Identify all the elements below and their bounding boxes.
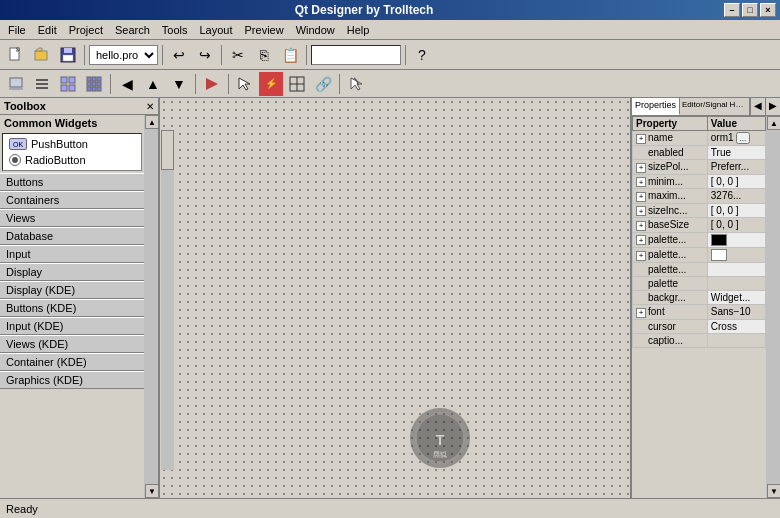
right-scroll-up[interactable]: ▲ xyxy=(767,116,780,130)
toolbox-category-display-kde[interactable]: Display (KDE) xyxy=(0,281,144,299)
menu-search[interactable]: Search xyxy=(109,22,156,38)
toolbox-pushbutton[interactable]: OK PushButton xyxy=(5,136,139,152)
expand-button[interactable]: + xyxy=(636,177,646,187)
close-button[interactable]: × xyxy=(760,3,776,17)
menu-help[interactable]: Help xyxy=(341,22,376,38)
prop-value-cell[interactable]: orm1... xyxy=(707,131,765,146)
expand-button[interactable]: + xyxy=(636,163,646,173)
right-scroll-down[interactable]: ▼ xyxy=(767,484,780,498)
tb2-layout[interactable] xyxy=(285,72,309,96)
menu-tools[interactable]: Tools xyxy=(156,22,194,38)
toolbox-category-database[interactable]: Database xyxy=(0,227,144,245)
toolbox-category-views-kde[interactable]: Views (KDE) xyxy=(0,335,144,353)
prop-row[interactable]: palette xyxy=(633,277,766,291)
prop-value-cell[interactable] xyxy=(707,263,765,277)
prop-value-cell[interactable]: Cross xyxy=(707,319,765,333)
scroll-up-arrow[interactable]: ▲ xyxy=(145,115,158,129)
menu-edit[interactable]: Edit xyxy=(32,22,63,38)
prop-row[interactable]: enabledTrue xyxy=(633,146,766,160)
prop-value-cell[interactable] xyxy=(707,333,765,347)
help-button[interactable]: ? xyxy=(410,43,434,67)
menu-window[interactable]: Window xyxy=(290,22,341,38)
prop-row[interactable]: +palette... xyxy=(633,232,766,247)
expand-button[interactable]: + xyxy=(636,308,646,318)
prop-row[interactable]: +nameorm1... xyxy=(633,131,766,146)
undo-button[interactable]: ↩ xyxy=(167,43,191,67)
toolbox-category-buttons[interactable]: Buttons xyxy=(0,173,144,191)
toolbox-close-button[interactable]: ✕ xyxy=(146,101,154,112)
prop-value-cell[interactable]: [ 0, 0 ] xyxy=(707,203,765,218)
menu-layout[interactable]: Layout xyxy=(194,22,239,38)
new-button[interactable] xyxy=(4,43,28,67)
prop-value-cell[interactable]: True xyxy=(707,146,765,160)
prop-value-cell[interactable] xyxy=(707,277,765,291)
prop-row[interactable]: +maxim...3276... xyxy=(633,189,766,204)
expand-button[interactable]: + xyxy=(636,192,646,202)
toolbox-radiobutton[interactable]: RadioButton xyxy=(5,152,139,168)
prop-row[interactable]: +fontSans−10 xyxy=(633,305,766,320)
prop-row[interactable]: +sizePol...Preferr... xyxy=(633,160,766,175)
tab-editor-signal[interactable]: Editor/Signal Hand.. xyxy=(680,98,750,115)
tb2-down[interactable]: ▼ xyxy=(167,72,191,96)
prop-row[interactable]: palette... xyxy=(633,263,766,277)
prop-value-cell[interactable]: 3276... xyxy=(707,189,765,204)
prop-row[interactable]: +baseSize[ 0, 0 ] xyxy=(633,218,766,233)
prop-row[interactable]: +palette... xyxy=(633,247,766,262)
prop-value-cell[interactable]: [ 0, 0 ] xyxy=(707,174,765,189)
prop-row[interactable]: captio... xyxy=(633,333,766,347)
tab-arrow-right[interactable]: ▶ xyxy=(765,98,780,115)
cut-button[interactable]: ✂ xyxy=(226,43,250,67)
toolbox-category-views[interactable]: Views xyxy=(0,209,144,227)
expand-button[interactable]: + xyxy=(636,134,646,144)
paste-button[interactable]: 📋 xyxy=(278,43,302,67)
prop-value-cell[interactable]: [ 0, 0 ] xyxy=(707,218,765,233)
vscroll-thumb[interactable] xyxy=(161,130,174,170)
tb2-select[interactable] xyxy=(233,72,257,96)
save-button[interactable] xyxy=(56,43,80,67)
menu-file[interactable]: File xyxy=(2,22,32,38)
scroll-down-arrow[interactable]: ▼ xyxy=(145,484,158,498)
menu-preview[interactable]: Preview xyxy=(239,22,290,38)
prop-value-cell[interactable] xyxy=(707,232,765,247)
prop-row[interactable]: +minim...[ 0, 0 ] xyxy=(633,174,766,189)
prop-value-cell[interactable] xyxy=(707,247,765,262)
vscroll-track[interactable] xyxy=(161,130,174,470)
menu-project[interactable]: Project xyxy=(63,22,109,38)
expand-button[interactable]: + xyxy=(636,235,646,245)
tb2-preview[interactable] xyxy=(200,72,224,96)
toolbox-category-input-kde[interactable]: Input (KDE) xyxy=(0,317,144,335)
expand-button[interactable]: + xyxy=(636,251,646,261)
tb2-btn3[interactable] xyxy=(56,72,80,96)
toolbox-category-buttons-kde[interactable]: Buttons (KDE) xyxy=(0,299,144,317)
prop-value-cell[interactable]: Widget... xyxy=(707,291,765,305)
toolbox-category-containers[interactable]: Containers xyxy=(0,191,144,209)
prop-row[interactable]: +sizeInc...[ 0, 0 ] xyxy=(633,203,766,218)
maximize-button[interactable]: □ xyxy=(742,3,758,17)
prop-value-cell[interactable]: Preferr... xyxy=(707,160,765,175)
open-button[interactable] xyxy=(30,43,54,67)
form-canvas[interactable] xyxy=(160,116,630,484)
toolbox-category-container-kde[interactable]: Container (KDE) xyxy=(0,353,144,371)
expand-button[interactable]: + xyxy=(636,221,646,231)
tb2-signal[interactable]: ⚡ xyxy=(259,72,283,96)
redo-button[interactable]: ↪ xyxy=(193,43,217,67)
tab-arrow-left[interactable]: ◀ xyxy=(750,98,765,115)
tb2-up[interactable]: ▲ xyxy=(141,72,165,96)
tb2-btn4[interactable] xyxy=(82,72,106,96)
toolbox-category-input[interactable]: Input xyxy=(0,245,144,263)
tb2-left[interactable]: ◀ xyxy=(115,72,139,96)
search-input[interactable] xyxy=(311,45,401,65)
tb2-btn2[interactable] xyxy=(30,72,54,96)
toolbox-category-graphics-kde[interactable]: Graphics (KDE) xyxy=(0,371,144,389)
prop-row[interactable]: backgr...Widget... xyxy=(633,291,766,305)
expand-button[interactable]: + xyxy=(636,206,646,216)
prop-edit-button[interactable]: ... xyxy=(736,132,751,144)
prop-value-cell[interactable]: Sans−10 xyxy=(707,305,765,320)
tab-properties[interactable]: Properties xyxy=(632,98,680,115)
project-combo[interactable]: hello.pro xyxy=(89,45,158,65)
copy-button[interactable]: ⎘ xyxy=(252,43,276,67)
tb2-chain[interactable]: 🔗 xyxy=(311,72,335,96)
prop-row[interactable]: cursorCross xyxy=(633,319,766,333)
toolbox-category-display[interactable]: Display xyxy=(0,263,144,281)
tb2-cursor2[interactable] xyxy=(344,72,368,96)
